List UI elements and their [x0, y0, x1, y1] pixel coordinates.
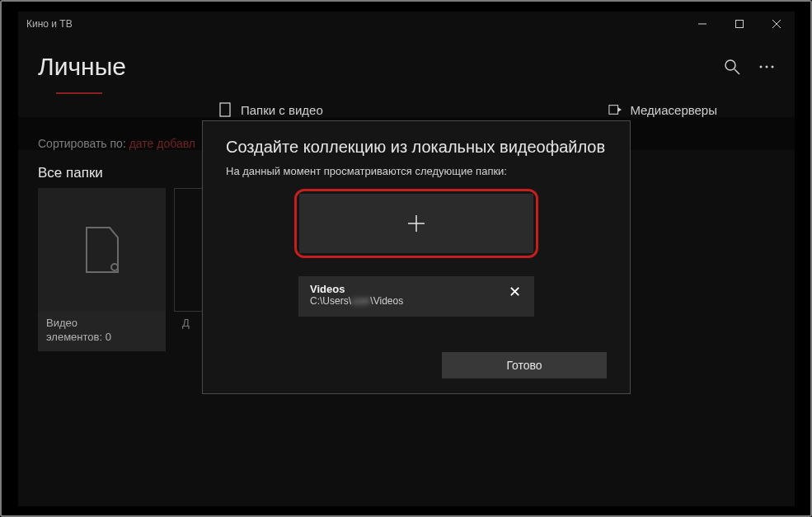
svg-marker-11 [618, 107, 622, 111]
folder-entry-path: C:\Users\user\Videos [310, 295, 505, 307]
create-collection-dialog: Создайте коллекцию из локальных видеофай… [202, 120, 631, 394]
done-button-label: Готово [506, 359, 542, 372]
minimize-icon [698, 20, 706, 28]
folder-entry: Videos C:\Users\user\Videos ✕ [298, 276, 534, 317]
app-title: Кино и ТВ [26, 18, 683, 30]
folder-card-count: элементов: 0 [46, 331, 157, 345]
tab-video-folders-label: Папки с видео [241, 103, 323, 117]
svg-line-5 [735, 69, 739, 74]
search-icon[interactable] [724, 59, 740, 75]
header-actions [724, 59, 775, 75]
dialog-subtitle: На данный момент просматриваются следующ… [226, 165, 607, 177]
folder-icon [219, 102, 232, 117]
svg-point-8 [772, 66, 774, 68]
plus-icon [407, 214, 425, 233]
folder-card-video[interactable]: Видео элементов: 0 [38, 188, 166, 351]
dialog-title: Создайте коллекцию из локальных видеофай… [226, 138, 607, 157]
document-icon [83, 226, 121, 274]
done-button[interactable]: Готово [442, 352, 607, 378]
folder-card-title: Видео [46, 317, 157, 331]
close-window-button[interactable] [758, 12, 795, 36]
svg-point-12 [111, 264, 118, 270]
svg-point-4 [725, 60, 735, 70]
add-folder-highlight [294, 189, 538, 258]
minimize-button[interactable] [683, 12, 720, 36]
svg-rect-1 [735, 21, 743, 28]
folder-path-user: user [351, 295, 370, 307]
page-title: Личные [38, 53, 724, 81]
svg-point-7 [766, 66, 768, 68]
folder-entry-text: Videos C:\Users\user\Videos [310, 283, 505, 307]
maximize-button[interactable] [720, 12, 758, 36]
folder-path-prefix: C:\Users\ [310, 295, 351, 307]
folder-card-placeholder-text: Д [182, 317, 190, 331]
svg-rect-9 [220, 103, 230, 116]
close-icon [772, 20, 781, 28]
window-controls [683, 12, 795, 36]
tab-media-servers-label: Медиасерверы [630, 103, 717, 117]
more-icon[interactable] [758, 59, 775, 75]
media-server-icon [608, 102, 622, 117]
title-underline [56, 92, 102, 94]
maximize-icon [735, 20, 744, 28]
folder-entry-name: Videos [310, 283, 505, 295]
app-window: Кино и ТВ Личные [18, 12, 795, 506]
close-icon: ✕ [509, 284, 521, 300]
folder-card-info: Видео элементов: 0 [38, 312, 166, 351]
folder-path-suffix: \Videos [370, 295, 403, 307]
title-bar: Кино и ТВ [18, 12, 795, 36]
svg-point-6 [760, 66, 763, 68]
svg-rect-10 [609, 106, 618, 115]
add-folder-button[interactable] [299, 194, 533, 253]
page-header: Личные [18, 36, 795, 89]
remove-folder-button[interactable]: ✕ [505, 283, 524, 301]
folder-card-thumb [38, 188, 166, 312]
